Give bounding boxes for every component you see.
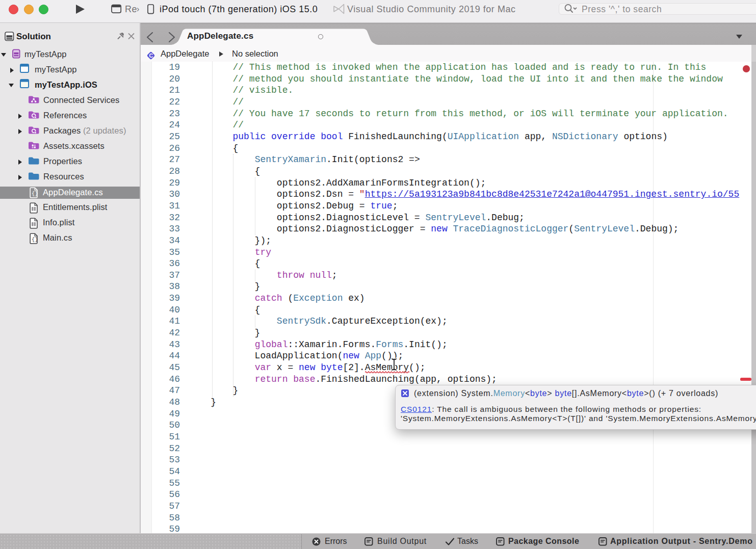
svg-text:C: C: [149, 53, 153, 59]
svg-text:{}: {}: [32, 191, 38, 197]
svg-text:{}: {}: [32, 236, 38, 242]
